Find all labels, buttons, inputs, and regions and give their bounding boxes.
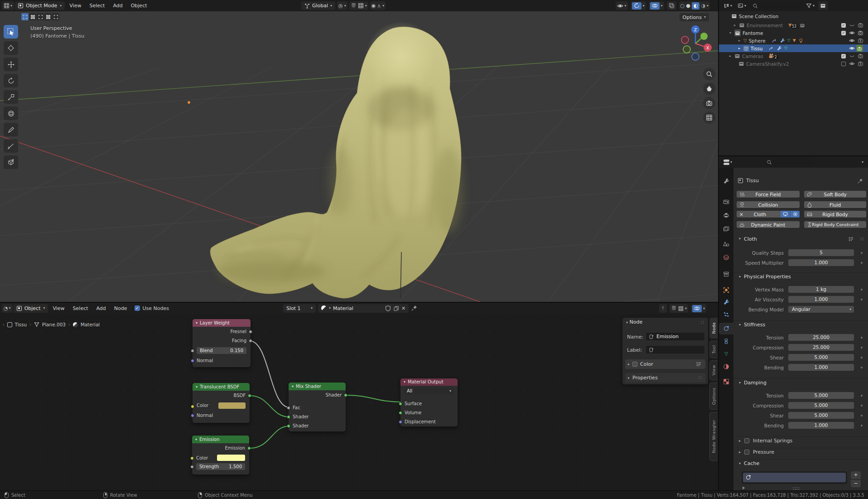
speed-multiplier-input[interactable]: 1.000: [788, 259, 854, 266]
cache-header[interactable]: ▾Cache: [733, 459, 868, 467]
mode-selector[interactable]: Object Mode▾: [15, 1, 65, 10]
node-panel-title[interactable]: Node: [630, 319, 643, 325]
render-camera-icon[interactable]: [857, 46, 862, 51]
unlink-material-icon[interactable]: ✕: [401, 305, 405, 311]
hide-eye-icon[interactable]: [849, 53, 855, 59]
rigid-body-constraint-button[interactable]: Rigid Body Constraint: [804, 221, 866, 228]
outliner-row-environnement[interactable]: ▸ Environnement ▼53 ✓: [719, 21, 868, 29]
outliner-row-camerashakify[interactable]: CameraShakify.v2: [719, 60, 868, 68]
socket-mix-shader-out[interactable]: [344, 393, 347, 397]
node-color-subpanel[interactable]: ▸ Color: [625, 359, 705, 369]
node-label-input[interactable]: [646, 346, 704, 354]
use-nodes-checkbox[interactable]: ✓ Use Nodes: [135, 305, 169, 311]
zoom-button[interactable]: [703, 68, 715, 80]
tab-object[interactable]: [719, 284, 733, 296]
vertex-mass-input[interactable]: 1 kg: [788, 286, 854, 293]
socket-blend-in[interactable]: [191, 349, 194, 353]
tool-rotate[interactable]: [4, 74, 18, 87]
damping-compression-input[interactable]: 5.000: [788, 402, 854, 409]
tool-transform[interactable]: [4, 107, 18, 120]
go-parent-node-tree[interactable]: ↑: [659, 304, 667, 313]
node-material-output[interactable]: ▾Material Output All▾ Surface Volume Dis…: [400, 378, 458, 426]
shader-editor[interactable]: ◔▾ Object▾ View Select Add Node ✓ Use No…: [0, 302, 718, 490]
copy-material-icon[interactable]: [393, 305, 399, 311]
shading-modes[interactable]: ○ ● ◐ ◑ ▾: [679, 1, 710, 10]
shader-menu-select[interactable]: Select: [69, 303, 92, 314]
editor-type-button[interactable]: ▾: [2, 1, 14, 10]
shader-type-selector[interactable]: Object▾: [14, 304, 48, 313]
quality-steps-input[interactable]: 5: [788, 249, 854, 256]
pivot-point[interactable]: ◎▾: [337, 1, 347, 10]
material-selector[interactable]: ▾ Material ✕: [318, 304, 409, 313]
tool-select-box[interactable]: [4, 25, 18, 39]
snap-controls[interactable]: ▾: [349, 1, 368, 10]
sidebar-tab-options[interactable]: Options: [709, 383, 718, 410]
cache-add-button[interactable]: +: [851, 471, 861, 479]
socket-fac-in[interactable]: [287, 406, 290, 410]
socket-color-in[interactable]: [191, 405, 194, 408]
blend-value-field[interactable]: Blend0.150: [197, 347, 246, 354]
breadcrumb-object[interactable]: Tissu: [15, 322, 27, 327]
outliner-row-tissu[interactable]: ▸ ▽ Tissu ▽: [719, 44, 868, 52]
hide-eye-icon[interactable]: [849, 45, 855, 51]
shader-menu-node[interactable]: Node: [111, 303, 131, 314]
hide-eye-icon[interactable]: [849, 61, 855, 67]
sidebar-tab-node[interactable]: Node: [709, 318, 718, 339]
damping-shear-input[interactable]: 5.000: [788, 412, 854, 419]
socket-emission-color-in[interactable]: [190, 456, 194, 460]
damping-tension-input[interactable]: 5.000: [788, 392, 854, 399]
socket-bsdf-out[interactable]: [248, 394, 251, 397]
cache-grip[interactable]: ∷∷: [793, 486, 800, 490]
tool-add-cube[interactable]: [4, 155, 18, 169]
node-name-input[interactable]: Emission: [646, 333, 704, 340]
tab-modifiers[interactable]: [719, 296, 733, 308]
outliner-display-mode[interactable]: ▾: [722, 1, 734, 10]
shading-rendered[interactable]: ◑: [701, 3, 705, 9]
socket-translucent-normal-in[interactable]: [191, 414, 194, 417]
properties-editor[interactable]: ▾ ▾ ▽ Tissu: [718, 155, 868, 490]
outliner-search[interactable]: [750, 2, 802, 10]
shading-solid[interactable]: ●: [686, 3, 690, 9]
socket-displacement-in[interactable]: [399, 420, 402, 424]
pressure-panel[interactable]: ▸Pressure: [733, 448, 868, 456]
tab-output[interactable]: [719, 209, 733, 221]
outliner-row-fantome[interactable]: ▾ Fantome ✓: [719, 29, 868, 37]
select-mode-intersect[interactable]: [52, 13, 59, 20]
node-mix-shader[interactable]: ▾Mix Shader Shader Fac Shader Shader: [289, 383, 346, 431]
render-camera-icon[interactable]: [858, 22, 863, 28]
socket-facing-out[interactable]: [249, 339, 252, 343]
internal-springs-panel[interactable]: ▸Internal Springs: [733, 436, 868, 445]
tab-scene[interactable]: [719, 238, 733, 250]
shader-menu-add[interactable]: Add: [93, 303, 110, 314]
outliner-row-cameras[interactable]: ▸ Cameras 2 ✓: [719, 52, 868, 60]
node-layer-weight[interactable]: ▾Layer Weight Fresnel Facing Blend0.150 …: [193, 319, 251, 367]
cache-expand-icon[interactable]: [742, 486, 746, 490]
outliner[interactable]: ▾ ▾ ▾ Scene Collection ▸ Environnement ▼…: [718, 0, 868, 155]
pressure-checkbox[interactable]: [744, 450, 749, 455]
cloth-panel-header[interactable]: ▾Cloth ∷: [733, 235, 868, 243]
tab-view-layer[interactable]: [719, 223, 733, 235]
transform-orientation[interactable]: Global▾: [301, 1, 335, 10]
shader-snap-controls[interactable]: ▾: [670, 304, 688, 313]
tab-constraints[interactable]: [719, 335, 733, 347]
camera-view-button[interactable]: [703, 97, 715, 109]
menu-view[interactable]: View: [66, 0, 85, 11]
sidebar-tab-tool[interactable]: Tool: [709, 341, 718, 358]
tool-measure[interactable]: [4, 139, 18, 153]
cloth-render-toggle[interactable]: [790, 211, 800, 218]
dynamic-paint-button[interactable]: Dynamic Paint: [737, 221, 800, 228]
damping-bending-input[interactable]: 1.000: [788, 422, 854, 429]
visibility-dropdown[interactable]: ▾: [616, 1, 628, 10]
sidebar-tab-view[interactable]: View: [709, 360, 718, 380]
socket-emission-out[interactable]: [247, 446, 251, 450]
properties-editor-type[interactable]: ▾: [722, 158, 734, 166]
new-collection-button[interactable]: [818, 1, 828, 10]
bending-model-dropdown[interactable]: Angular▾: [788, 306, 854, 313]
breadcrumb-mesh[interactable]: Plane.003: [42, 322, 66, 327]
hide-eye-icon[interactable]: [849, 30, 855, 36]
cloth-button[interactable]: ✕Cloth: [737, 211, 800, 218]
exclude-checkbox[interactable]: ✓: [841, 23, 846, 28]
stiffness-header[interactable]: ▾Stiffness: [733, 320, 868, 329]
menu-select[interactable]: Select: [86, 0, 108, 11]
rigid-body-button[interactable]: Rigid Body: [804, 211, 866, 218]
